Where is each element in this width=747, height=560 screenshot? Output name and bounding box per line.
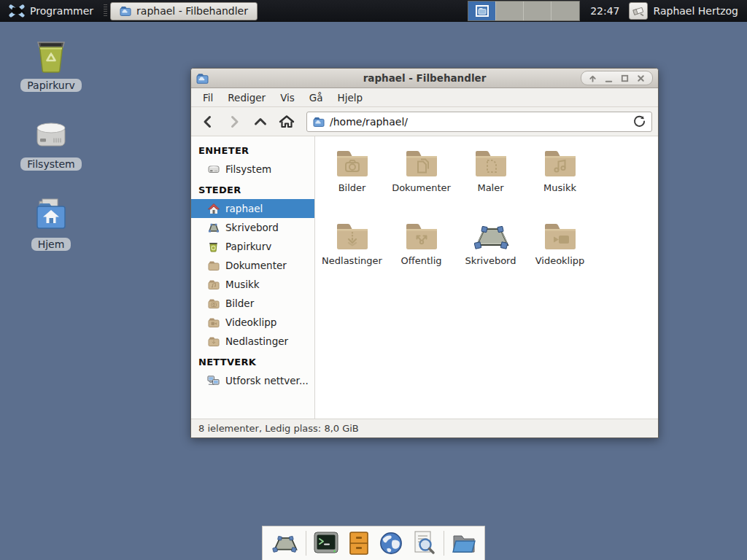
- taskbar-window-button[interactable]: raphael - Filbehandler: [110, 2, 258, 20]
- file-label: Musikk: [543, 182, 576, 193]
- workspace-3[interactable]: [524, 1, 551, 20]
- sidebar-item-label: Dokumenter: [225, 260, 287, 271]
- sidebar-header-devices: ENHETER: [191, 139, 314, 160]
- close-button[interactable]: [636, 74, 646, 83]
- desktop: Programmer raphael - Filbehandler: [0, 0, 747, 560]
- maximize-button[interactable]: [620, 74, 630, 83]
- panel-right-group: 22:47 Raphael Hertzog: [468, 1, 743, 21]
- workspace-pager: [468, 1, 580, 21]
- applications-menu-label: Programmer: [30, 5, 93, 17]
- menu-view[interactable]: Vis: [273, 89, 302, 106]
- path-folder-icon: [313, 117, 325, 127]
- dock-separator: [444, 531, 444, 556]
- file-item-documents[interactable]: Dokumenter: [387, 144, 456, 217]
- file-grid: Bilder Dokumenter: [315, 136, 658, 419]
- desktop-icon-label: Filsystem: [20, 158, 81, 171]
- workspace-4[interactable]: [551, 1, 579, 20]
- dock-panel: [262, 526, 485, 560]
- menu-file[interactable]: Fil: [196, 89, 220, 106]
- path-text[interactable]: /home/raphael/: [330, 116, 408, 128]
- file-manager-button[interactable]: [346, 529, 372, 558]
- sidebar-item-music[interactable]: Musikk: [191, 275, 314, 294]
- sidebar-item-trash[interactable]: Papirkurv: [191, 237, 314, 256]
- dock-separator: [306, 531, 306, 556]
- search-files-icon: [411, 530, 436, 556]
- sidebar-item-browse-network[interactable]: Utforsk nettver...: [191, 371, 314, 390]
- menu-help[interactable]: Hjelp: [330, 89, 371, 106]
- file-item-downloads[interactable]: Nedlastinger: [317, 217, 387, 289]
- web-browser-button[interactable]: [379, 529, 405, 558]
- workspace-1[interactable]: [468, 1, 496, 20]
- sidebar-item-filesystem[interactable]: Filsystem: [191, 160, 314, 179]
- folder-public-icon: [403, 221, 441, 252]
- top-panel: Programmer raphael - Filbehandler: [0, 0, 747, 22]
- trash-icon: [31, 36, 71, 74]
- file-item-videos[interactable]: Videoklipp: [525, 217, 595, 289]
- menu-go[interactable]: Gå: [302, 89, 330, 106]
- minimize-button[interactable]: [604, 74, 614, 83]
- drive-icon: [31, 115, 71, 153]
- terminal-icon: [313, 531, 339, 556]
- sidebar-item-label: Utforsk nettver...: [225, 375, 309, 386]
- desktop-icon-home[interactable]: Hjem: [11, 195, 91, 251]
- search-files-button[interactable]: [411, 529, 437, 558]
- file-browser-icon: [451, 532, 477, 555]
- sidebar-item-label: Bilder: [225, 298, 254, 309]
- show-desktop-button[interactable]: [270, 529, 299, 558]
- file-item-pictures[interactable]: Bilder: [317, 144, 387, 217]
- sidebar-item-label: Skrivebord: [225, 222, 279, 233]
- user-name: Raphael Hertzog: [654, 5, 738, 17]
- file-item-desktop[interactable]: Skrivebord: [456, 217, 525, 289]
- applications-menu-button[interactable]: Programmer: [4, 2, 98, 20]
- file-label: Skrivebord: [465, 255, 516, 266]
- sidebar-item-desktop[interactable]: Skrivebord: [191, 218, 314, 237]
- file-label: Maler: [477, 182, 503, 193]
- desktop-icon-trash[interactable]: Papirkurv: [11, 36, 91, 92]
- sidebar-item-label: Filsystem: [225, 163, 271, 175]
- sidebar-item-raphael[interactable]: raphael: [191, 199, 314, 218]
- refresh-button[interactable]: [633, 115, 646, 128]
- desktop-icon-label: Hjem: [31, 238, 71, 251]
- sidebar-item-pictures[interactable]: Bilder: [191, 294, 314, 313]
- clock: 22:47: [590, 5, 619, 17]
- xfce-logo-icon: [9, 4, 25, 18]
- back-button[interactable]: [197, 111, 219, 133]
- path-bar[interactable]: /home/raphael/: [306, 112, 652, 132]
- statusbar-text: 8 ielementer, Ledig plass: 8,0 GiB: [198, 423, 359, 434]
- file-item-public[interactable]: Offentlig: [387, 217, 456, 289]
- window-content: ENHETER Filsystem STEDER raphael: [191, 136, 658, 419]
- titlebar[interactable]: raphael - Filbehandler: [191, 69, 658, 88]
- sidebar-item-label: Papirkurv: [225, 241, 271, 252]
- sidebar-item-label: Videoklipp: [225, 316, 276, 328]
- window-folder-icon: [196, 73, 209, 84]
- folder-downloads-icon: [333, 221, 371, 252]
- folder-pictures-icon: [333, 148, 371, 179]
- file-item-music[interactable]: Musikk: [525, 144, 595, 217]
- folder-icon: [207, 298, 220, 308]
- trash-icon: [207, 241, 220, 252]
- session-menu-button[interactable]: [629, 2, 648, 20]
- network-icon: [207, 375, 220, 386]
- folder-icon: [207, 260, 220, 271]
- workspace-2[interactable]: [496, 1, 524, 20]
- sidebar-item-videos[interactable]: Videoklipp: [191, 313, 314, 332]
- sidebar-header-network: NETTVERK: [191, 351, 314, 371]
- shade-button[interactable]: [588, 74, 597, 83]
- forward-button[interactable]: [223, 111, 245, 133]
- menu-edit[interactable]: Rediger: [220, 89, 273, 106]
- terminal-button[interactable]: [313, 529, 339, 558]
- file-label: Dokumenter: [392, 182, 451, 193]
- up-button[interactable]: [249, 111, 271, 133]
- sidebar-item-downloads[interactable]: Nedlastinger: [191, 332, 314, 351]
- file-item-templates[interactable]: Maler: [456, 144, 525, 217]
- file-browser-button[interactable]: [451, 529, 477, 558]
- desktop-icon-filesystem[interactable]: Filsystem: [11, 115, 91, 171]
- tasklist-grip: [104, 4, 107, 18]
- sidebar-item-documents[interactable]: Dokumenter: [191, 256, 314, 275]
- statusbar: 8 ielementer, Ledig plass: 8,0 GiB: [191, 419, 658, 438]
- home-button[interactable]: [276, 111, 298, 133]
- sidebar: ENHETER Filsystem STEDER raphael: [191, 136, 315, 419]
- folder-music-icon: [541, 148, 579, 179]
- desktop-trapezoid-icon: [471, 221, 511, 252]
- folder-icon: [207, 279, 220, 289]
